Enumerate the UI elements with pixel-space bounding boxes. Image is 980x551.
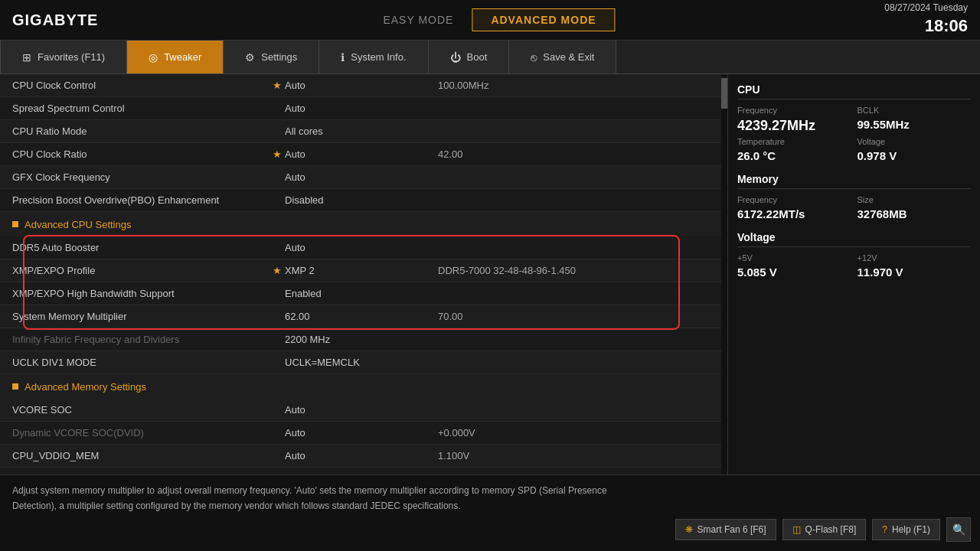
- section-header-13: Advanced Memory Settings: [0, 374, 727, 399]
- cpu-volt-value: 0.978 V: [858, 149, 972, 162]
- mem-title: Memory: [737, 173, 971, 189]
- gigabyte-logo: GIGABYTE: [12, 11, 98, 29]
- tab-tweaker[interactable]: ◎ Tweaker: [127, 41, 224, 73]
- row-name: Infinity Fabric Frequency and Dividers: [12, 334, 273, 345]
- star-icon: ★: [273, 148, 282, 160]
- settings-row[interactable]: CPU Clock Control★Auto100.00MHz: [0, 74, 727, 97]
- cpu-title: CPU: [737, 83, 971, 99]
- section-bullet: [12, 383, 18, 390]
- row-extra: 100.00MHz: [438, 80, 488, 91]
- section-label: Advanced CPU Settings: [24, 219, 131, 230]
- search-button[interactable]: 🔍: [946, 517, 971, 542]
- row-value: Auto: [285, 148, 438, 160]
- row-extra: 42.00: [438, 148, 463, 160]
- datetime-display: 08/27/2024 Tuesday 18:06: [884, 2, 968, 38]
- header: GIGABYTE EASY MODE ADVANCED MODE 08/27/2…: [0, 0, 980, 41]
- scrollbar[interactable]: [721, 74, 727, 474]
- row-value: Disabled: [285, 194, 438, 206]
- v5-label: +5V: [737, 253, 851, 262]
- mem-freq-value: 6172.22MT/s: [737, 207, 851, 220]
- row-extra: 70.00: [438, 311, 463, 322]
- tab-favorites-label: Favorites (F11): [38, 51, 105, 63]
- settings-row[interactable]: XMP/EXPO High Bandwidth SupportEnabled: [0, 282, 727, 305]
- advanced-mode-button[interactable]: ADVANCED MODE: [472, 8, 615, 31]
- nav-tabs: ⊞ Favorites (F11) ◎ Tweaker ⚙ Settings ℹ…: [0, 41, 980, 74]
- settings-row[interactable]: CPU_VDDIO_MEMAuto1.100V: [0, 445, 727, 468]
- settings-row[interactable]: Infinity Fabric Frequency and Dividers22…: [0, 328, 727, 351]
- settings-row[interactable]: GFX Clock FrequencyAuto: [0, 166, 727, 189]
- easy-mode-button[interactable]: EASY MODE: [364, 9, 472, 31]
- settings-row[interactable]: Dynamic VCORE SOC(DVID)Auto+0.000V: [0, 422, 727, 445]
- tab-favorites[interactable]: ⊞ Favorites (F11): [0, 41, 127, 73]
- tab-boot[interactable]: ⏻ Boot: [429, 41, 510, 73]
- bottom-actions: ❋ Smart Fan 6 [F6] ◫ Q-Flash [F8] ? Help…: [675, 517, 971, 542]
- bottom-description: Adjust system memory multiplier to adjus…: [12, 483, 640, 514]
- tab-settings-label: Settings: [261, 51, 297, 63]
- settings-row[interactable]: UCLK DIV1 MODEUCLK=MEMCLK: [0, 351, 727, 374]
- smart-fan-button[interactable]: ❋ Smart Fan 6 [F6]: [675, 519, 776, 540]
- row-value: 62.00: [285, 311, 438, 322]
- volt-title: Voltage: [737, 231, 971, 247]
- section-header-6: Advanced CPU Settings: [0, 212, 727, 236]
- time-display: 18:06: [884, 15, 968, 38]
- scrollbar-thumb[interactable]: [721, 78, 727, 109]
- settings-panel: CPU Clock Control★Auto100.00MHzSpread Sp…: [0, 74, 727, 474]
- cpu-bclk-label: BCLK: [858, 106, 972, 115]
- memory-section: Memory Frequency Size 6172.22MT/s 32768M…: [737, 173, 971, 220]
- smart-fan-label: Smart Fan 6 [F6]: [697, 524, 766, 535]
- sysinfo-icon: ℹ: [341, 51, 345, 64]
- row-name: DDR5 Auto Booster: [12, 242, 273, 253]
- settings-row[interactable]: Spread Spectrum ControlAuto: [0, 97, 727, 120]
- sidebar-panel: CPU Frequency BCLK 4239.27MHz 99.55MHz T…: [727, 74, 980, 474]
- tab-settings[interactable]: ⚙ Settings: [224, 41, 319, 73]
- mem-grid: Frequency Size 6172.22MT/s 32768MB: [737, 195, 971, 220]
- cpu-section: CPU Frequency BCLK 4239.27MHz 99.55MHz T…: [737, 83, 971, 162]
- row-extra: +0.000V: [438, 427, 475, 439]
- row-name: VCORE SOC: [12, 404, 273, 416]
- row-name: XMP/EXPO Profile: [12, 265, 273, 276]
- save-icon: ⎋: [531, 51, 537, 64]
- settings-row[interactable]: XMP/EXPO Profile★XMP 2DDR5-7000 32-48-48…: [0, 259, 727, 282]
- settings-row[interactable]: DDR_VDD VoltageAuto1.100V: [0, 468, 727, 474]
- row-value: Auto: [285, 171, 438, 183]
- row-name: UCLK DIV1 MODE: [12, 357, 273, 368]
- row-extra: 1.100V: [438, 450, 469, 461]
- help-label: Help (F1): [892, 524, 930, 535]
- settings-row[interactable]: VCORE SOCAuto: [0, 399, 727, 422]
- row-name: System Memory Multiplier: [12, 311, 273, 322]
- qflash-button[interactable]: ◫ Q-Flash [F8]: [782, 519, 867, 540]
- settings-row[interactable]: CPU Ratio ModeAll cores: [0, 120, 727, 143]
- star-icon: ★: [273, 80, 282, 91]
- settings-row[interactable]: Precision Boost Overdrive(PBO) Enhanceme…: [0, 189, 727, 212]
- tab-save[interactable]: ⎋ Save & Exit: [509, 41, 616, 73]
- settings-row[interactable]: CPU Clock Ratio★Auto42.00: [0, 143, 727, 166]
- row-value: Auto: [285, 450, 438, 461]
- v12-label: +12V: [858, 253, 972, 262]
- search-icon: 🔍: [952, 523, 965, 536]
- row-name: CPU_VDDIO_MEM: [12, 450, 273, 461]
- row-name: CPU Clock Control: [12, 80, 273, 91]
- mem-freq-label: Frequency: [737, 195, 851, 204]
- row-value: Auto: [285, 427, 438, 439]
- settings-row[interactable]: DDR5 Auto BoosterAuto: [0, 236, 727, 259]
- row-name: Precision Boost Overdrive(PBO) Enhanceme…: [12, 194, 273, 206]
- row-name: Spread Spectrum Control: [12, 103, 273, 114]
- row-value: Auto: [285, 103, 438, 114]
- help-button[interactable]: ? Help (F1): [872, 519, 940, 540]
- volt-grid: +5V +12V 5.085 V 11.970 V: [737, 253, 971, 279]
- tab-tweaker-label: Tweaker: [164, 51, 201, 63]
- row-value: XMP 2: [285, 265, 438, 276]
- settings-row[interactable]: System Memory Multiplier62.0070.00: [0, 305, 727, 328]
- tab-save-label: Save & Exit: [543, 51, 594, 63]
- main-content: CPU Clock Control★Auto100.00MHzSpread Sp…: [0, 74, 980, 474]
- row-extra: DDR5-7000 32-48-48-96-1.450: [438, 265, 576, 276]
- mem-size-value: 32768MB: [858, 207, 972, 220]
- row-name: CPU Ratio Mode: [12, 126, 273, 137]
- tab-sysinfo-label: System Info.: [351, 51, 406, 63]
- tab-sysinfo[interactable]: ℹ System Info.: [319, 41, 428, 73]
- tab-boot-label: Boot: [467, 51, 488, 63]
- date-display: 08/27/2024 Tuesday: [884, 2, 968, 15]
- cpu-volt-label: Voltage: [858, 137, 972, 146]
- row-name: XMP/EXPO High Bandwidth Support: [12, 288, 273, 299]
- row-value: Enabled: [285, 288, 438, 299]
